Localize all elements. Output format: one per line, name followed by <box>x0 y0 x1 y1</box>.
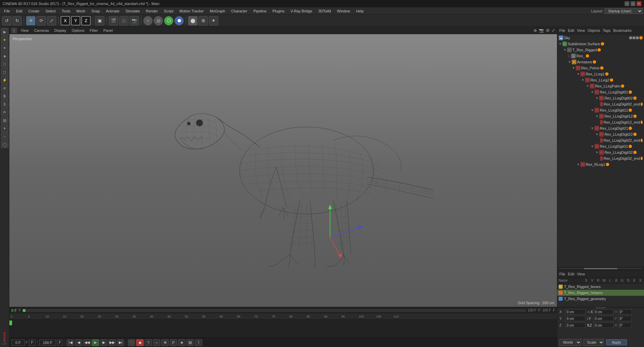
tree-item-digit22end[interactable]: ⋯ Rex_LLegDigit22_end <box>557 137 644 143</box>
sidebar-knife-icon[interactable]: ⊘ <box>1 84 8 92</box>
maximize-btn[interactable]: □ <box>631 1 635 6</box>
menu-plugins[interactable]: Plugins <box>270 8 287 14</box>
menu-select[interactable]: Select <box>43 8 59 14</box>
menu-character[interactable]: Character <box>229 8 250 14</box>
tree-item-digit32end[interactable]: ⋯ Rex_LLegDigit32_end <box>557 155 644 161</box>
layout-dropdown[interactable]: Startup (User) <box>605 8 643 14</box>
menu-simulate[interactable]: Simulate <box>123 8 143 14</box>
menu-create[interactable]: Create <box>26 8 42 14</box>
puppet-btn[interactable]: ◈ <box>178 339 185 346</box>
obj-row-helpers[interactable]: T_Rex_Rigged_helpers <box>557 290 644 296</box>
viewport-menu-icon[interactable]: ≡ <box>11 28 17 33</box>
obj-edit-menu[interactable]: Edit <box>568 272 574 276</box>
pose-btn[interactable]: P <box>170 339 177 346</box>
undo-btn[interactable]: ↺ <box>2 16 11 25</box>
menu-file[interactable]: File <box>1 8 13 14</box>
fcurve-btn[interactable]: ⌇ <box>195 339 202 346</box>
goto-start-btn[interactable]: |◀ <box>67 339 74 346</box>
timeline-scrubber[interactable] <box>23 309 526 312</box>
coords-z-size-input[interactable] <box>593 323 614 328</box>
tree-item-sky[interactable]: ☁ Sky <box>557 35 644 41</box>
move-tool-btn[interactable]: ✛ <box>26 16 35 25</box>
tree-item-pelvis[interactable]: ▼ ⋯ Rex_Pelvis <box>557 65 644 71</box>
dope-sheet-btn[interactable]: ▤ <box>186 339 194 346</box>
vp-camera-icon[interactable]: 📷 <box>539 28 544 33</box>
sidebar-poly-icon[interactable]: ⬡ <box>1 60 8 68</box>
scene-edit-menu[interactable]: Edit <box>568 28 574 32</box>
tree-item-armature[interactable]: ▼ ⊕ Armature <box>557 59 644 65</box>
world-object-dropdown[interactable]: World Object <box>559 339 581 346</box>
menu-pipeline[interactable]: Pipeline <box>251 8 269 14</box>
step-fwd-btn[interactable]: ▶ <box>100 339 107 346</box>
poly-mode-btn[interactable]: ⬡ <box>164 16 173 25</box>
tree-item-digit22[interactable]: ▼ ⋯ Rex_LLegDigit22 <box>557 131 644 137</box>
obj-row-bones[interactable]: T_Rex_Rigged_bones <box>557 284 644 290</box>
coords-y-size-input[interactable] <box>593 316 614 321</box>
scale-tool-btn[interactable]: ⤢ <box>47 16 56 25</box>
vp-center-icon[interactable]: ⊕ <box>534 28 537 33</box>
sidebar-circle-icon[interactable]: ◯ <box>1 141 8 148</box>
sidebar-grid-icon[interactable]: ▤ <box>1 117 8 124</box>
scene-view-menu[interactable]: View <box>577 28 585 32</box>
scene-file-menu[interactable]: File <box>559 28 565 32</box>
menu-snap[interactable]: Snap <box>89 8 103 14</box>
tree-item-digit11[interactable]: ▼ ⋯ Rex_LLegDigit11 <box>557 107 644 113</box>
step-back-btn[interactable]: ◀ <box>75 339 82 346</box>
scene-objects-menu[interactable]: Objects <box>587 28 600 32</box>
tree-item-digit21[interactable]: ▼ ⋯ Rex_LLegDigit21 <box>557 125 644 131</box>
ik-btn[interactable]: ⊕ <box>161 339 169 346</box>
sidebar-rotate-icon[interactable]: ◈ <box>1 52 8 60</box>
minimize-btn[interactable]: ─ <box>625 1 629 6</box>
scene-scrollbar[interactable] <box>557 267 644 270</box>
menu-script[interactable]: Script <box>161 8 176 14</box>
vp-expand-icon[interactable]: ⤢ <box>552 28 555 33</box>
tree-item-digit02[interactable]: ▼ ⋯ Rex_LLegDigit02 <box>557 95 644 101</box>
object-mode-btn[interactable]: ○ <box>143 16 153 25</box>
sidebar-edge-icon[interactable]: ◻ <box>1 68 8 76</box>
vp-display-menu[interactable]: Display <box>53 28 68 32</box>
sidebar-select-icon[interactable]: ▶ <box>1 28 8 36</box>
goto-end-btn[interactable]: ▶| <box>117 339 124 346</box>
rotate-tool-btn[interactable]: ⟳ <box>36 16 46 25</box>
coords-y-pos-input[interactable] <box>565 316 585 321</box>
menu-help[interactable]: Help <box>353 8 367 14</box>
record-btn[interactable]: ⏺ <box>136 339 144 346</box>
menu-window[interactable]: Window <box>334 8 353 14</box>
sidebar-sun-icon[interactable]: ☼ <box>1 133 8 140</box>
scale-dropdown[interactable]: Scale <box>583 339 604 346</box>
tree-item-rex[interactable]: ▷ △ Rex_ <box>557 53 644 59</box>
tree-item-lleg2[interactable]: ▼ ⋯ Rex_LLeg2 <box>557 77 644 83</box>
sidebar-dollar-icon[interactable]: $ <box>1 100 8 108</box>
menu-3dtoall[interactable]: 3DToAll <box>316 8 334 14</box>
tree-item-digit01[interactable]: ▼ ⋯ Rex_LLegDigit01 <box>557 89 644 95</box>
tree-item-trex-rigged[interactable]: ▼ ○ T_Rex_Rigged <box>557 47 644 53</box>
play-fwd-btn[interactable]: ▶▶ <box>108 339 116 346</box>
apply-button[interactable]: Apply <box>606 339 627 345</box>
menu-vray[interactable]: V-Ray Bridge <box>288 8 315 14</box>
snap-btn[interactable]: ⊞ <box>198 16 208 25</box>
scene-tags-menu[interactable]: Tags <box>603 28 611 32</box>
obj-row-geometry[interactable]: T_Rex_Rigged_geometry <box>557 296 644 302</box>
menu-render[interactable]: Render <box>143 8 161 14</box>
tree-item-digit02end[interactable]: ⋯ Rex_LLegDigit02_end <box>557 101 644 107</box>
tree-item-digit31[interactable]: ▼ ⋯ Rex_LLegDigit31 <box>557 143 644 149</box>
vp-filter-menu[interactable]: Filter <box>88 28 99 32</box>
menu-animate[interactable]: Animate <box>103 8 122 14</box>
vp-view-menu[interactable]: View <box>19 28 30 32</box>
vp-options-menu[interactable]: Options <box>70 28 86 32</box>
tree-item-subdivision[interactable]: ▼ ⬡ Subdivision Surface <box>557 41 644 47</box>
scene-bookmarks-menu[interactable]: Bookmarks <box>613 28 632 32</box>
obj-view-menu[interactable]: View <box>577 272 585 276</box>
motion-paths-btn[interactable]: ↔ <box>153 339 160 346</box>
z-axis-btn[interactable]: Z <box>81 16 91 25</box>
close-btn[interactable]: ✕ <box>637 1 641 6</box>
end-rate-input[interactable] <box>57 340 63 346</box>
keyframe-btn[interactable]: ⚫ <box>128 339 135 346</box>
frame-rate-input[interactable] <box>29 340 35 346</box>
menu-mesh[interactable]: Mesh <box>74 8 88 14</box>
tree-item-digit12[interactable]: ▼ ⋯ Rex_LLegDigit12 <box>557 113 644 119</box>
coords-p-input[interactable] <box>618 316 632 321</box>
light-btn[interactable]: ☀ <box>209 16 218 25</box>
menu-edit[interactable]: Edit <box>13 8 25 14</box>
uv-mode-btn[interactable]: ⬟ <box>174 16 184 25</box>
